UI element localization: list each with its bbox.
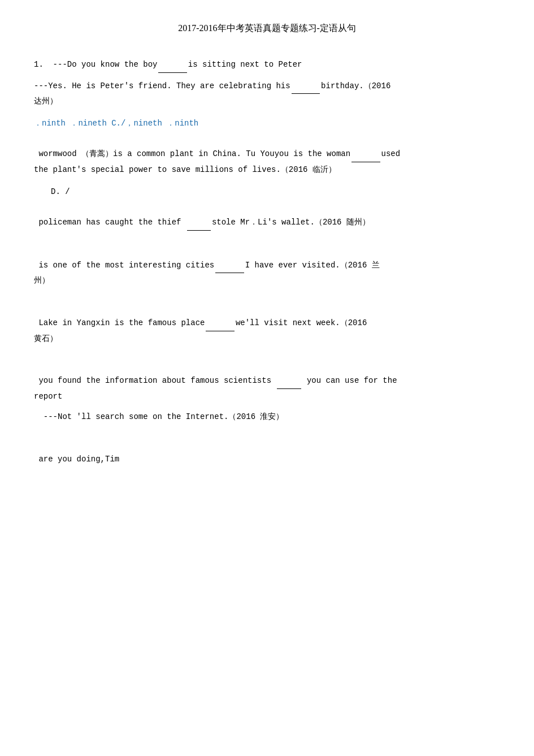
question-line-4b: 州） xyxy=(34,273,500,288)
question-block-5: Lake in Yangxin is the famous place we'l… xyxy=(34,316,500,346)
page-title: 2017-2016年中考英语真题专题练习-定语从句 xyxy=(34,23,500,34)
question-line-3: policeman has caught the thief stole Mr．… xyxy=(34,215,500,231)
question-block-7: are you doing,Tim xyxy=(34,452,500,467)
question-block-1: 1. ---Do you know the boy is sitting nex… xyxy=(34,57,500,131)
page-container: 2017-2016年中考英语真题专题练习-定语从句 1. ---Do you k… xyxy=(34,23,500,467)
question-line-1a: 1. ---Do you know the boy is sitting nex… xyxy=(34,57,500,73)
question-line-6b: report xyxy=(34,389,500,404)
question-line-6c: ---Not 'll search some on the Internet.（… xyxy=(34,409,500,425)
question-block-4: is one of the most interesting cities I … xyxy=(34,258,500,288)
content-area: 1. ---Do you know the boy is sitting nex… xyxy=(34,57,500,467)
question-line-2b: the plant's special power to save millio… xyxy=(34,162,500,178)
question-line-1b: ---Yes. He is Peter's friend. They are c… xyxy=(34,79,500,94)
question-block-6: you found the information about famous s… xyxy=(34,373,500,425)
question-line-5a: Lake in Yangxin is the famous place we'l… xyxy=(34,316,500,331)
question-line-5b: 黄石） xyxy=(34,331,500,347)
question-line-2a: wormwood （青蒿）is a common plant in China.… xyxy=(34,146,500,162)
question-line-6a: you found the information about famous s… xyxy=(34,373,500,389)
question-line-1b2: 达州） xyxy=(34,94,500,109)
question-line-7: are you doing,Tim xyxy=(34,452,500,467)
question-block-3: policeman has caught the thief stole Mr．… xyxy=(34,215,500,231)
question-line-4a: is one of the most interesting cities I … xyxy=(34,258,500,274)
answer-line-2: D. / xyxy=(34,184,500,200)
question-block-2: wormwood （青蒿）is a common plant in China.… xyxy=(34,146,500,199)
options-line-1: ．ninth ．nineth C./，nineth ．ninth xyxy=(34,116,500,131)
